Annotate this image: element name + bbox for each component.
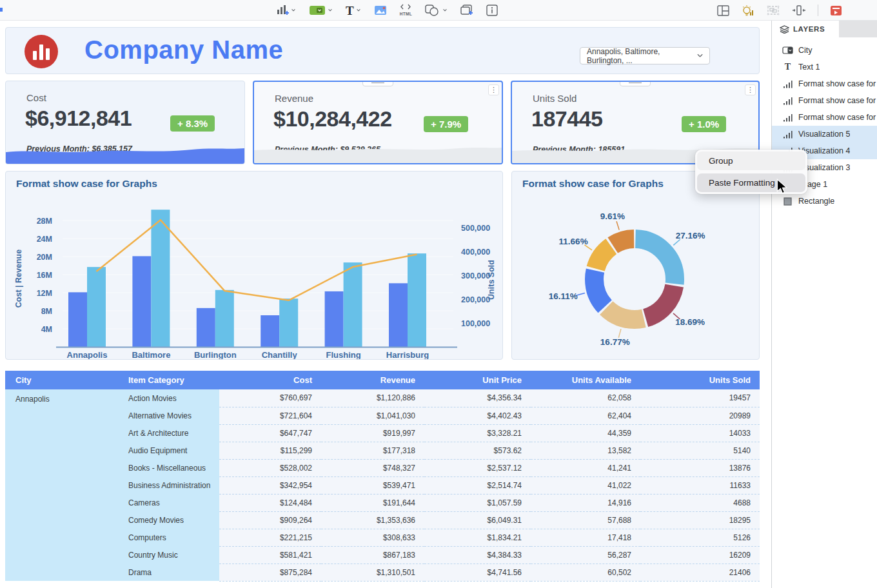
city-filter-dropdown[interactable]: Annapolis, Baltimore, Burlington, ... [580, 47, 710, 64]
value-cell: $2,514.74 [424, 476, 531, 494]
layer-item-text-1[interactable]: TText 1 [772, 59, 877, 75]
revenue-bar[interactable] [151, 210, 170, 347]
data-table-widget[interactable]: CityItem CategoryCostRevenueUnit PriceUn… [5, 371, 760, 582]
add-frame-icon [460, 5, 473, 16]
value-cell: $4,741.56 [424, 564, 531, 581]
toolbar-separator [818, 5, 818, 16]
donut-chart-widget[interactable]: Format show case for Graphs 27.16%18.69%… [511, 171, 760, 360]
info-container-icon [486, 5, 498, 16]
drag-handle[interactable] [362, 81, 393, 86]
layer-item-format-show-case-for[interactable]: Format show case for … [772, 75, 877, 92]
category-label: Harrisburg [386, 350, 429, 359]
add-image-button[interactable] [374, 5, 387, 15]
insert-tool-group: T HTML [276, 0, 498, 21]
layer-item-city[interactable]: City [772, 42, 877, 59]
value-cell: 13,582 [531, 442, 640, 459]
item-category-cell: Comedy Movies [118, 511, 219, 529]
embed-html-label: HTML [400, 12, 412, 17]
table-row: Cameras$124,484$191,644$1,057.5914,91646… [5, 494, 760, 511]
align-button[interactable] [792, 5, 806, 16]
slice-percent-label: 18.69% [675, 317, 705, 327]
layer-item-format-show-case-for[interactable]: Format show case for … [772, 92, 877, 109]
value-cell: 5140 [640, 442, 760, 459]
label-leader-line [618, 329, 621, 338]
layers-tab[interactable]: LAYERS [772, 21, 839, 37]
group-selection-button[interactable] [766, 5, 780, 16]
revenue-bar[interactable] [408, 253, 426, 347]
company-name-title: Company Name [84, 35, 283, 64]
add-chart-button[interactable] [276, 5, 296, 16]
cost-bar[interactable] [68, 292, 87, 347]
layer-item-format-show-case-for[interactable]: Format show case for … [772, 109, 877, 126]
table-header-cell: City [5, 371, 118, 389]
item-category-cell: Audio Equipment [118, 442, 219, 459]
kpi-value: $10,284,422 [273, 106, 392, 132]
value-cell: 14,916 [531, 494, 640, 511]
layer-item-rectangle[interactable]: Rectangle [772, 193, 877, 210]
add-shape-button[interactable] [425, 5, 448, 16]
layout-button[interactable] [717, 5, 729, 16]
city-filter-value: Annapolis, Baltimore, Burlington, ... [587, 47, 697, 65]
add-frame-button[interactable] [460, 5, 473, 16]
right-axis-tick: 400,000 [461, 248, 490, 257]
slice-percent-label: 9.61% [600, 211, 625, 221]
value-cell: $760,697 [219, 389, 321, 407]
layer-label: Rectangle [798, 197, 834, 206]
layer-item-visualization-5[interactable]: Visualization 5 [772, 126, 877, 142]
combo-chart-widget[interactable]: Format show case for Graphs 4M8M12M16M20… [5, 171, 503, 360]
info-container-button[interactable] [486, 5, 498, 16]
cost-bar[interactable] [389, 283, 408, 347]
right-axis-title: Units Sold [487, 260, 496, 300]
revenue-bar[interactable] [279, 299, 298, 347]
value-cell: $748,327 [321, 459, 424, 476]
value-cell: $539,471 [321, 476, 424, 494]
kpi-card-cost[interactable]: Cost $6,912,841 + 8.3% Previous Month: $… [5, 81, 245, 164]
present-icon [830, 5, 842, 16]
layer-label: Text 1 [798, 63, 820, 72]
item-category-cell: Alternative Movies [118, 407, 219, 424]
edge-icon-fragment [0, 8, 3, 12]
table-row: Drama$875,284$1,310,501$4,741.5660,50221… [5, 564, 760, 581]
add-text-button[interactable]: T [346, 5, 361, 17]
revenue-bar[interactable] [87, 267, 106, 347]
cost-bar[interactable] [325, 291, 344, 347]
color-theme-button[interactable] [309, 5, 333, 15]
kpi-card-revenue[interactable]: ⋮ Revenue $10,284,422 + 7.9% Previous Mo… [253, 81, 503, 164]
cost-bar[interactable] [261, 315, 279, 347]
table-header-cell: Cost [219, 371, 321, 389]
add-text-icon: T [346, 5, 354, 17]
menu-item-paste-formatting[interactable]: Paste Formatting [697, 173, 805, 192]
chevron-down-icon [291, 8, 296, 13]
kebab-menu-icon[interactable]: ⋮ [488, 84, 499, 95]
kebab-menu-icon[interactable]: ⋮ [745, 84, 756, 95]
value-cell: $919,997 [321, 424, 424, 442]
chart-icon [782, 130, 793, 139]
menu-item-group[interactable]: Group [697, 152, 805, 170]
group-selection-icon [766, 5, 780, 16]
value-cell: $581,421 [219, 546, 321, 564]
slice-percent-label: 16.77% [600, 337, 630, 347]
table-header-cell: Unit Price [424, 371, 531, 389]
color-theme-icon [309, 5, 326, 15]
item-category-cell: Action Movies [118, 389, 219, 407]
layers-panel-header: LAYERS [772, 21, 877, 37]
cost-bar[interactable] [197, 308, 215, 347]
add-chart-icon [276, 5, 289, 16]
donut-chart: 27.16%18.69%16.77%16.11%11.66%9.61% [512, 172, 759, 359]
present-button[interactable] [830, 5, 842, 16]
kpi-value: 187445 [531, 106, 602, 132]
chart-icon [782, 113, 793, 122]
layers-panel: LAYERS CityTText 1Format show case for …… [771, 21, 877, 588]
drag-handle[interactable] [620, 81, 651, 86]
item-category-cell: Cameras [118, 494, 219, 511]
value-cell: 56,287 [531, 546, 640, 564]
value-cell: 20989 [640, 407, 760, 424]
revenue-bar[interactable] [215, 290, 234, 347]
dashboard-header-widget[interactable]: Company Name Annapolis, Baltimore, Burli… [5, 27, 760, 74]
revenue-bar[interactable] [344, 262, 362, 347]
value-cell: 14033 [640, 424, 760, 442]
insights-button[interactable] [741, 5, 754, 17]
label-leader-line [616, 221, 619, 230]
embed-html-button[interactable]: HTML [400, 4, 412, 17]
cost-bar[interactable] [132, 256, 151, 347]
